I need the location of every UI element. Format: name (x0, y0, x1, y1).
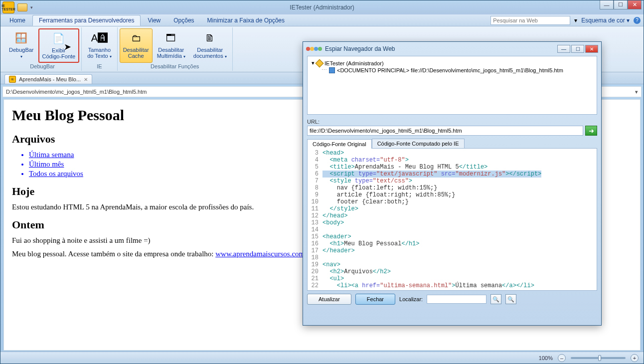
help-icon[interactable]: ? (634, 17, 641, 24)
window-title: IETester (Administrador) (290, 4, 354, 11)
go-button[interactable]: ➜ (585, 126, 597, 136)
minimize-button[interactable]: — (600, 0, 614, 9)
dialog-title: Espiar Navegador da Web (325, 45, 395, 52)
maximize-button[interactable]: ☐ (614, 0, 628, 9)
document-tab-title: AprendaMais - Meu Blo... (19, 76, 81, 82)
dialog-close-action-button[interactable]: Fechar (355, 294, 395, 305)
ribbon-group-label: DebugBar (5, 63, 79, 70)
desabilitar-multimidia-icon: 🗔 (163, 30, 179, 46)
source-tab[interactable]: Código-Fonte Original (307, 139, 372, 149)
menu-tab-minimizar-a-faixa-de-opções[interactable]: Minimizar a Faixa de Opções (201, 15, 291, 25)
tree-collapse-icon[interactable]: ▾ (312, 60, 315, 66)
debugbar-icon: 🪟 (13, 30, 29, 46)
dom-tree[interactable]: ▾IETester (Administrador) ⋯<DOCUMENTO PR… (307, 56, 597, 115)
menu-tab-home[interactable]: Home (3, 15, 31, 25)
footer-link[interactable]: www.aprendamaiscursos.com.br (215, 250, 313, 258)
menu-tab-opções[interactable]: Opções (167, 15, 200, 25)
ribbon-tamanho-texto-button[interactable]: A🅰Tamanhodo Texto ▾ (84, 28, 115, 63)
search-dropdown-icon[interactable]: ▾ (574, 17, 577, 24)
tamanho-texto-icon: A🅰 (91, 30, 107, 46)
app-icon: IE TESTER (2, 1, 14, 13)
ribbon-desabilitar-multimidia-button[interactable]: 🗔DesabilitarMultimídia ▾ (154, 28, 189, 63)
ribbon-group-label: Desabilitar Funções (120, 63, 230, 70)
ribbon-debugbar-button[interactable]: 🪟DebugBar ▾ (5, 28, 37, 63)
ribbon-exibir-codigo-button[interactable]: 📄ExibirCódigo-Fonte (38, 28, 80, 63)
dialog-icon (306, 47, 322, 51)
find-prev-button[interactable]: 🔍 (505, 294, 516, 304)
qat-open-icon[interactable] (17, 3, 27, 11)
tree-root-label: IETester (Administrador) (324, 60, 384, 66)
tree-doc-icon (329, 67, 335, 73)
search-input[interactable] (490, 16, 570, 25)
update-button[interactable]: Atualizar (307, 294, 351, 305)
color-scheme-button[interactable]: Esquema de cor ▾ (581, 17, 630, 24)
ie-icon: IE (9, 76, 16, 83)
menu-tab-view[interactable]: View (142, 15, 166, 25)
url-label: URL: (307, 119, 597, 125)
titlebar: IE TESTER ▾ IETester (Administrador) — ☐… (0, 0, 644, 14)
tree-doc-label[interactable]: <DOCUMENTO PRINCIPAL> file://D:\Desenvol… (337, 67, 563, 73)
document-tab[interactable]: IE AprendaMais - Meu Blo... ✕ (4, 74, 92, 84)
ribbon-group-label: IE (84, 63, 115, 70)
source-tab[interactable]: Código-Fonte Computado pelo IE (372, 139, 465, 148)
dialog-maximize-button[interactable]: ☐ (571, 45, 584, 53)
zoom-slider[interactable] (571, 357, 626, 359)
menubar: HomeFerramentas para DesenvolvedoresView… (0, 14, 644, 26)
find-next-button[interactable]: 🔍 (490, 294, 501, 304)
zoom-in-button[interactable]: + (631, 354, 639, 362)
tree-app-icon (316, 59, 324, 67)
find-input[interactable] (427, 295, 486, 304)
close-tab-icon[interactable]: ✕ (84, 77, 88, 82)
url-input[interactable] (307, 126, 583, 136)
address-expand-icon[interactable]: ▾ (635, 89, 638, 95)
statusbar: 100% – + (0, 352, 644, 364)
dialog-minimize-button[interactable]: — (557, 45, 570, 53)
desabilitar-documentos-icon: 🗎 (202, 30, 218, 46)
dialog-close-button[interactable]: ✕ (585, 45, 598, 53)
menu-tab-ferramentas-para-desenvolvedores[interactable]: Ferramentas para Desenvolvedores (32, 15, 141, 26)
inspector-dialog: Espiar Navegador da Web — ☐ ✕ ▾IETester … (303, 41, 602, 326)
ribbon-desabilitar-cache-button[interactable]: 🗀DesabilitarCache (120, 28, 153, 63)
ribbon-desabilitar-documentos-button[interactable]: 🗎Desabilitardocumentos ▾ (190, 28, 230, 63)
find-label: Localizar: (399, 296, 423, 302)
source-code-panel[interactable]: 3<head>4 <meta charset="utf-8">5 <title>… (307, 148, 597, 291)
zoom-out-button[interactable]: – (558, 354, 566, 362)
close-button[interactable]: ✕ (628, 0, 642, 9)
exibir-codigo-icon: 📄 (51, 30, 67, 46)
desabilitar-cache-icon: 🗀 (128, 30, 144, 46)
address-text: D:\Desenvolvimento\mc_jogos_html5_m1\Blo… (6, 89, 147, 95)
zoom-label: 100% (539, 355, 553, 361)
qat-dropdown-icon[interactable]: ▾ (30, 5, 33, 10)
